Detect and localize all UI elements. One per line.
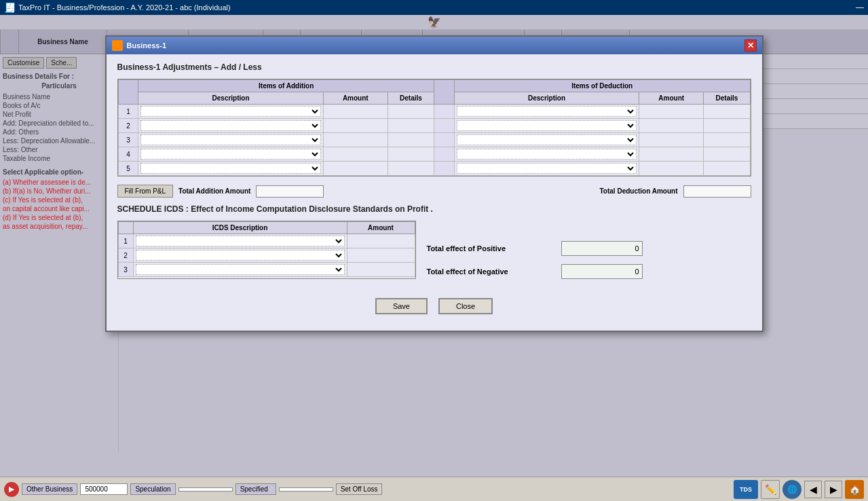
ded-amount-3[interactable] — [639, 133, 704, 147]
add-details-5 — [388, 162, 434, 176]
edit-icon[interactable]: ✏️ — [761, 480, 780, 499]
ded-row-num — [434, 105, 454, 119]
add-amount-2[interactable] — [323, 119, 388, 133]
ded-desc-2[interactable] — [454, 119, 639, 133]
icds-amount-input-1[interactable] — [350, 236, 413, 246]
icds-col-amount: Amount — [347, 222, 415, 234]
add-desc-1[interactable] — [138, 105, 323, 119]
add-desc-select-3[interactable] — [140, 134, 320, 145]
add-amount-input-5[interactable] — [326, 163, 385, 174]
close-button[interactable]: Close — [438, 298, 493, 314]
home-button[interactable]: 🏠 — [845, 480, 864, 499]
ded-amount-input-3[interactable] — [641, 134, 701, 145]
bottom-nav-icon: ▶ — [4, 482, 19, 497]
icds-row-num: 3 — [118, 263, 133, 277]
total-negative-input[interactable] — [561, 264, 643, 279]
icds-amount-2[interactable] — [347, 248, 415, 263]
icds-amount-input-3[interactable] — [350, 264, 413, 275]
adj-row-num: 3 — [118, 133, 138, 147]
ded-amount-input-4[interactable] — [641, 149, 701, 160]
icds-col-num — [118, 222, 133, 234]
ded-desc-4[interactable] — [454, 147, 639, 162]
icds-desc-select-3[interactable] — [136, 264, 345, 275]
add-amount-input-2[interactable] — [326, 120, 385, 131]
icds-amount-1[interactable] — [347, 234, 415, 248]
icds-amount-input-2[interactable] — [350, 250, 413, 261]
icds-desc-select-1[interactable] — [136, 236, 345, 246]
adjustments-table-wrapper: Items of Addition Items of Deduction Des… — [117, 79, 751, 177]
total-negative-label: Total effect of Negative — [427, 267, 556, 276]
icds-desc-3[interactable] — [133, 263, 347, 277]
ded-amount-5[interactable] — [639, 162, 704, 176]
icds-section: ICDS Description Amount 1 — [117, 221, 751, 279]
ded-details-header: Details — [704, 92, 750, 105]
ded-details-1 — [704, 105, 750, 119]
minimize-btn[interactable]: — — [856, 3, 864, 12]
total-deduction-label: Total Deduction Amount — [600, 187, 678, 195]
fill-from-pl-button[interactable]: Fill From P&L — [117, 185, 174, 198]
ded-desc-1[interactable] — [454, 105, 639, 119]
add-desc-3[interactable] — [138, 133, 323, 147]
icds-desc-2[interactable] — [133, 248, 347, 263]
add-details-1 — [388, 105, 434, 119]
ded-desc-select-2[interactable] — [457, 120, 637, 131]
add-amount-input-3[interactable] — [326, 134, 385, 145]
add-amount-4[interactable] — [323, 147, 388, 162]
add-amount-input-1[interactable] — [326, 106, 385, 117]
total-addition-input[interactable] — [256, 185, 324, 198]
tds-button[interactable]: TDS — [734, 480, 758, 499]
ded-desc-select-3[interactable] — [457, 134, 637, 145]
ded-row-num — [434, 119, 454, 133]
add-desc-select-5[interactable] — [140, 163, 320, 174]
add-amount-5[interactable] — [323, 162, 388, 176]
ded-desc-select-5[interactable] — [457, 163, 637, 174]
speculation-label: Speculation — [130, 483, 175, 495]
forward-button[interactable]: ▶ — [825, 481, 842, 498]
add-amount-1[interactable] — [323, 105, 388, 119]
ded-desc-5[interactable] — [454, 162, 639, 176]
back-button[interactable]: ◀ — [804, 481, 822, 498]
add-details-header: Details — [388, 92, 434, 105]
total-deduction-input[interactable] — [683, 185, 751, 198]
modal-titlebar: Business-1 ✕ — [107, 37, 762, 54]
add-amount-input-4[interactable] — [326, 149, 385, 160]
icds-desc-1[interactable] — [133, 234, 347, 248]
add-desc-header: Description — [138, 92, 323, 105]
icds-amount-3[interactable] — [347, 263, 415, 277]
add-desc-4[interactable] — [138, 147, 323, 162]
adj-row-2: 2 — [118, 119, 750, 133]
icds-row-3: 3 — [118, 263, 415, 277]
add-details-2 — [388, 119, 434, 133]
ded-amount-input-2[interactable] — [641, 120, 701, 131]
other-business-value: 500000 — [80, 483, 128, 495]
ded-amount-input-5[interactable] — [641, 163, 701, 174]
modal-title-icon — [112, 40, 123, 51]
ded-amount-input-1[interactable] — [641, 106, 701, 117]
icds-desc-select-2[interactable] — [136, 250, 345, 261]
modal-close-x-button[interactable]: ✕ — [744, 39, 757, 52]
total-positive-input[interactable] — [561, 241, 643, 256]
app-icon: 🧾 — [4, 2, 16, 13]
icds-row-2: 2 — [118, 248, 415, 263]
add-desc-select-2[interactable] — [140, 120, 320, 131]
save-button[interactable]: Save — [375, 298, 428, 314]
ded-desc-select-4[interactable] — [457, 149, 637, 160]
add-amount-3[interactable] — [323, 133, 388, 147]
app-title: TaxPro IT - Business/Profession - A.Y. 2… — [18, 3, 231, 12]
adj-row-5: 5 — [118, 162, 750, 176]
ded-desc-3[interactable] — [454, 133, 639, 147]
add-details-4 — [388, 147, 434, 162]
ded-desc-select-1[interactable] — [457, 106, 637, 117]
add-desc-2[interactable] — [138, 119, 323, 133]
add-desc-select-1[interactable] — [140, 106, 320, 117]
modal-overlay: Business-1 ✕ Business-1 Adjustments – Ad… — [0, 15, 868, 477]
ded-amount-4[interactable] — [639, 147, 704, 162]
icds-row-num: 2 — [118, 248, 133, 263]
network-icon[interactable]: 🌐 — [782, 480, 801, 499]
add-desc-5[interactable] — [138, 162, 323, 176]
add-desc-select-4[interactable] — [140, 149, 320, 160]
modal-footer: Save Close — [117, 290, 751, 322]
ded-amount-2[interactable] — [639, 119, 704, 133]
ded-amount-1[interactable] — [639, 105, 704, 119]
set-off-loss-button[interactable]: Set Off Loss — [336, 483, 383, 495]
